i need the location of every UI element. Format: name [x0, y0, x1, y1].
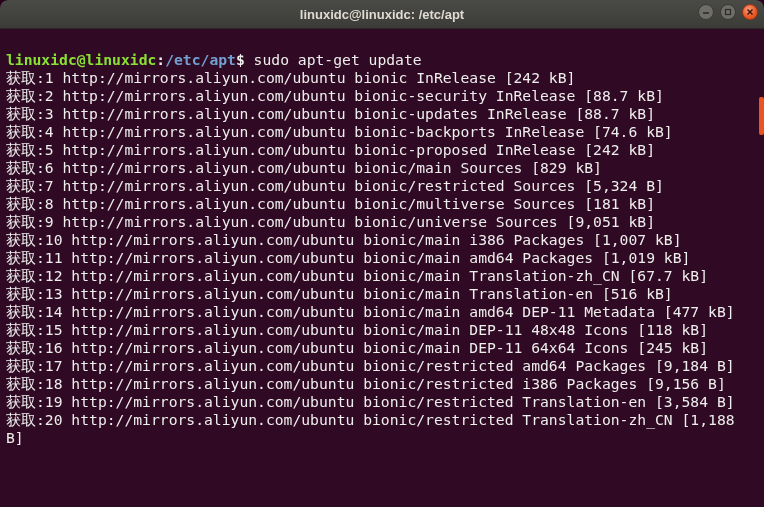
output-line: 获取:15 http://mirrors.aliyun.com/ubuntu b…	[6, 321, 708, 338]
output-line: 获取:5 http://mirrors.aliyun.com/ubuntu bi…	[6, 141, 655, 158]
output-line: 获取:16 http://mirrors.aliyun.com/ubuntu b…	[6, 339, 708, 356]
output-line: 获取:3 http://mirrors.aliyun.com/ubuntu bi…	[6, 105, 655, 122]
window-title: linuxidc@linuxidc: /etc/apt	[300, 7, 464, 22]
output-line: 获取:18 http://mirrors.aliyun.com/ubuntu b…	[6, 375, 726, 392]
minimize-button[interactable]	[698, 4, 714, 20]
output-line: 获取:12 http://mirrors.aliyun.com/ubuntu b…	[6, 267, 708, 284]
output-line: 获取:6 http://mirrors.aliyun.com/ubuntu bi…	[6, 159, 602, 176]
output-line: 获取:8 http://mirrors.aliyun.com/ubuntu bi…	[6, 195, 655, 212]
close-button[interactable]	[742, 4, 758, 20]
output-line: 获取:1 http://mirrors.aliyun.com/ubuntu bi…	[6, 69, 575, 86]
output-line: 获取:2 http://mirrors.aliyun.com/ubuntu bi…	[6, 87, 664, 104]
prompt-sep1: :	[156, 51, 165, 68]
output-line: 获取:7 http://mirrors.aliyun.com/ubuntu bi…	[6, 177, 664, 194]
output-line: 获取:4 http://mirrors.aliyun.com/ubuntu bi…	[6, 123, 673, 140]
output-line: 获取:13 http://mirrors.aliyun.com/ubuntu b…	[6, 285, 673, 302]
titlebar[interactable]: linuxidc@linuxidc: /etc/apt	[0, 0, 764, 29]
command-text: sudo apt-get update	[254, 51, 422, 68]
terminal-body[interactable]: linuxidc@linuxidc:/etc/apt$ sudo apt-get…	[0, 29, 764, 507]
prompt-sep2: $	[236, 51, 254, 68]
terminal-window: linuxidc@linuxidc: /etc/apt linuxidc@lin…	[0, 0, 764, 507]
prompt-user-host: linuxidc@linuxidc	[6, 51, 156, 68]
window-controls	[698, 4, 758, 20]
output-line: 获取:14 http://mirrors.aliyun.com/ubuntu b…	[6, 303, 735, 320]
output-line: 获取:10 http://mirrors.aliyun.com/ubuntu b…	[6, 231, 682, 248]
output-line: 获取:17 http://mirrors.aliyun.com/ubuntu b…	[6, 357, 735, 374]
output-line: 获取:20 http://mirrors.aliyun.com/ubuntu b…	[6, 411, 743, 446]
output-line: 获取:19 http://mirrors.aliyun.com/ubuntu b…	[6, 393, 735, 410]
output-line: 获取:11 http://mirrors.aliyun.com/ubuntu b…	[6, 249, 690, 266]
prompt-path: /etc/apt	[165, 51, 236, 68]
svg-rect-1	[726, 10, 731, 15]
maximize-button[interactable]	[720, 4, 736, 20]
scrollbar-thumb[interactable]	[759, 97, 764, 135]
output-line: 获取:9 http://mirrors.aliyun.com/ubuntu bi…	[6, 213, 655, 230]
